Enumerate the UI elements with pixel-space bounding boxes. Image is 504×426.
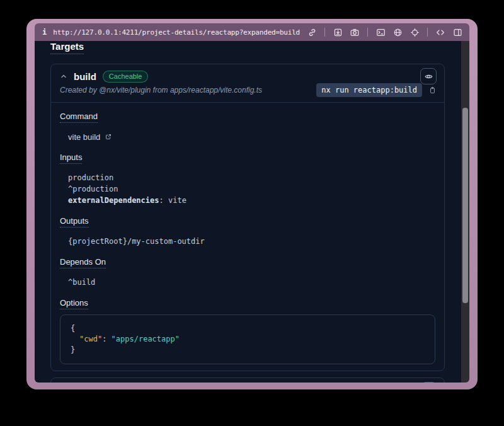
browser-window: i http://127.0.0.1:4211/project-details/… — [26, 19, 478, 389]
chevron-up-icon[interactable] — [60, 72, 67, 80]
json-line: "cwd": "apps/reactapp" — [71, 334, 425, 345]
targets-heading: Targets — [50, 41, 84, 54]
command-heading: Command — [60, 112, 98, 123]
input-item: ^production — [68, 183, 435, 195]
depends-on-item: ^build — [68, 277, 435, 288]
depends-on-heading: Depends On — [60, 257, 106, 268]
camera-icon[interactable] — [349, 26, 360, 38]
options-heading: Options — [60, 298, 88, 309]
section-outputs: Outputs {projectRoot}/my-custom-outdir — [60, 215, 435, 247]
options-json-block: { "cwd": "apps/reactapp" } — [60, 314, 435, 364]
target-card-serve: serve vite serve — [50, 377, 445, 383]
target-card-build: build Cacheable Created by @nx/vite/plug… — [50, 64, 445, 371]
input-dep-sep: : — [159, 196, 168, 205]
json-line: { — [71, 323, 425, 334]
terminal-icon[interactable] — [375, 26, 386, 38]
json-colon: : — [102, 335, 111, 343]
input-item: externalDependencies: vite — [68, 195, 435, 206]
cacheable-badge: Cacheable — [103, 71, 149, 83]
view-target-button[interactable] — [420, 68, 437, 84]
scrollbar-track[interactable] — [461, 41, 469, 383]
code-icon[interactable] — [435, 26, 446, 38]
url-toolbar: i http://127.0.0.1:4211/project-details/… — [35, 23, 469, 41]
split-panel-icon[interactable] — [452, 26, 463, 38]
url-field[interactable]: http://127.0.0.1:4211/project-details/re… — [53, 28, 306, 37]
save-capture-icon[interactable] — [332, 26, 343, 38]
build-card-header[interactable]: build Cacheable — [51, 64, 444, 83]
json-string-value: "apps/reactapp" — [112, 335, 180, 343]
input-dep-value: vite — [168, 196, 186, 205]
section-depends-on: Depends On ^build — [60, 256, 435, 288]
scrollbar-thumb[interactable] — [462, 108, 468, 303]
input-item: production — [68, 172, 435, 183]
section-options: Options { "cwd": "apps/reactapp" } — [60, 297, 435, 364]
serve-card-header[interactable]: serve vite serve — [51, 378, 444, 383]
toolbar-divider — [367, 28, 368, 37]
section-inputs: Inputs production ^production externalDe… — [60, 151, 435, 206]
view-target-button[interactable] — [421, 382, 437, 383]
json-line: } — [71, 345, 425, 355]
target-icon[interactable] — [409, 26, 420, 38]
command-value: vite build — [68, 132, 100, 142]
outputs-heading: Outputs — [60, 216, 89, 227]
run-command-chip: nx run reactapp:build — [316, 83, 422, 97]
link-icon[interactable] — [306, 26, 318, 38]
json-key: "cwd" — [79, 335, 102, 343]
created-by-text: Created by @nx/vite/plugin from apps/rea… — [60, 86, 310, 95]
inputs-heading: Inputs — [60, 153, 82, 164]
external-link-icon[interactable] — [105, 133, 112, 141]
toolbar-divider — [427, 28, 428, 37]
section-command: Command vite build — [60, 110, 435, 142]
info-icon: i — [42, 28, 47, 37]
input-dep-key: externalDependencies — [68, 196, 159, 205]
toolbar-divider — [324, 28, 325, 37]
target-name: build — [74, 71, 96, 82]
copy-icon[interactable] — [428, 86, 437, 95]
output-item: {projectRoot}/my-custom-outdir — [68, 236, 435, 247]
globe-icon[interactable] — [392, 26, 403, 38]
project-details-panel: Targets build Cacheable — [35, 41, 461, 383]
